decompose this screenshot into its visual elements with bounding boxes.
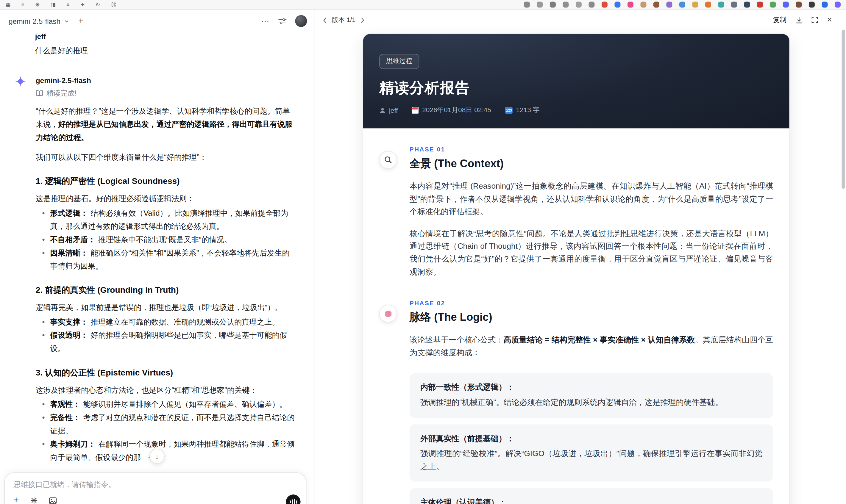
bullet-item: 完备性：考虑了对立的观点和潜在的反证，而不是只选择支持自己结论的证据。: [36, 411, 297, 438]
author-name: jeff: [389, 107, 398, 114]
bullet-list: 事实支撑：推理建立在可靠的数据、准确的观测或公认的真理之上。 假设透明：好的推理…: [36, 316, 297, 355]
menubar-app-icon[interactable]: [653, 1, 659, 7]
tune-icon[interactable]: [278, 18, 286, 25]
phase-section: PHASE 02 脉络 (The Logic) 该论述基于一个核心公式：高质量结…: [379, 300, 773, 504]
intro-paragraph: “什么是好的推理？”这是一个涉及逻辑学、认知科学和哲学核心的问题。简单来说，好的…: [36, 104, 297, 144]
prev-version-button[interactable]: [323, 17, 327, 23]
more-options-button[interactable]: ⋯: [261, 16, 270, 26]
account-avatar[interactable]: [295, 15, 307, 27]
bullet-text: 考虑了对立的观点和潜在的反证，而不是只选择支持自己结论的证据。: [50, 413, 295, 435]
menubar-app-icon[interactable]: [705, 1, 711, 7]
word-count-icon: 123: [505, 107, 513, 114]
menubar-system-icon[interactable]: ✦: [81, 1, 85, 8]
brain-icon: [384, 309, 393, 318]
assistant-message: gemini-2.5-flash 精读完成! “什么是好的推理？”这是一个涉及逻…: [15, 76, 297, 504]
new-chat-button[interactable]: +: [78, 17, 83, 25]
report-body: PHASE 01 全景 (The Context) 本内容是对“推理 (Reas…: [363, 128, 790, 504]
close-button[interactable]: ×: [827, 16, 832, 23]
logic-box: 主体伦理（认识美德）： 转向推理者的心理特征。引入奥卡姆剃刀和反向论证，旨在克服…: [410, 488, 773, 504]
bullet-label: 事实支撑：: [50, 318, 88, 326]
section-heading: 3. 认知的公正性 (Epistemic Virtues): [36, 366, 297, 378]
menubar-app-icon[interactable]: [809, 1, 815, 7]
menubar-system-icon[interactable]: ▦: [5, 1, 11, 8]
menubar-system-icon[interactable]: ✳: [35, 1, 40, 8]
menubar-system-icon[interactable]: ⌗: [66, 1, 69, 8]
report-card: 思维过程 精读分析报告 jeff 2026年01月08日 02:45 123: [363, 33, 790, 504]
add-attachment-button[interactable]: +: [13, 496, 19, 504]
menubar-system-icon[interactable]: ≡: [21, 1, 25, 8]
menubar-app-icon[interactable]: [614, 1, 620, 7]
report-badge: 思维过程: [379, 54, 419, 69]
menubar-app-icon[interactable]: [666, 1, 672, 7]
lead-paragraph: 我们可以从以下四个维度来衡量什么是“好的推理”：: [36, 150, 297, 164]
logic-box-title: 内部一致性（形式逻辑）：: [420, 381, 762, 393]
menubar-app-icon[interactable]: [757, 1, 763, 7]
bullet-list: 形式逻辑：结构必须有效（Valid）。比如演绎推理中，如果前提全部为真，那么通过…: [36, 206, 297, 273]
menubar-app-icon[interactable]: [537, 1, 543, 7]
voice-input-button[interactable]: [286, 494, 301, 504]
expand-icon: [811, 17, 818, 23]
bullet-text: 推理建立在可靠的数据、准确的观测或公认的真理之上。: [91, 318, 280, 326]
composer-placeholder[interactable]: 思维接口已就绪，请传输指令。: [13, 480, 297, 490]
menubar-app-icon[interactable]: [576, 1, 582, 7]
logic-box-text: 强调推理的“经验校准”。解决“GIGO（垃圾进，垃圾出）”问题，确保推理引擎运行…: [420, 448, 762, 473]
menubar-app-icon[interactable]: [796, 1, 801, 7]
menubar-app-icon[interactable]: [640, 1, 646, 7]
download-icon: [796, 16, 802, 23]
composer[interactable]: 思维接口已就绪，请传输指令。 +: [4, 472, 306, 504]
bullet-label: 形式逻辑：: [50, 209, 88, 217]
scroll-to-bottom-button[interactable]: ↓: [149, 449, 165, 464]
chat-header: gemini-2.5-flash + ⋯: [0, 10, 315, 29]
menubar-app-icon[interactable]: [563, 1, 568, 7]
section-heading: 1. 逻辑的严密性 (Logical Soundness): [36, 175, 297, 187]
bullet-item: 奥卡姆剃刀：在解释同一个现象时，如果两种推理都能站得住脚，通常倾向于最简单、假设…: [36, 438, 297, 464]
menubar-app-icon[interactable]: [731, 1, 737, 7]
artifact-toolbar: 版本 1/1 复制 ×: [315, 10, 846, 27]
menubar-system-icon[interactable]: ⌘: [111, 1, 117, 8]
logic-box: 内部一致性（形式逻辑）： 强调推理的“机械正确”。结论必须在给定的规则系统内逻辑…: [410, 373, 773, 418]
menubar: ▦≡✳◨⌗✦↻⌘: [0, 0, 846, 10]
user-name: jeff: [35, 32, 297, 42]
download-button[interactable]: [796, 16, 802, 23]
menubar-app-icon[interactable]: [602, 1, 607, 7]
bullet-text: 推理链条中不能出现“既是又非”的情况。: [98, 235, 232, 244]
user-message-text: 什么是好的推理: [35, 44, 297, 58]
expand-button[interactable]: [811, 17, 818, 23]
menubar-app-icon[interactable]: [744, 1, 750, 7]
menubar-system-icon[interactable]: ◨: [51, 1, 56, 8]
menubar-app-icon[interactable]: [770, 1, 776, 7]
bullet-item: 不自相矛盾：推理链条中不能出现“既是又非”的情况。: [36, 233, 297, 246]
model-name[interactable]: gemini-2.5-flash: [8, 17, 60, 25]
menubar-app-icon[interactable]: [692, 1, 698, 7]
phase-paragraph: 本内容是对“推理 (Reasoning)”这一抽象概念的高层建模。在知识爆炸与人…: [410, 180, 773, 218]
menubar-app-icon[interactable]: [718, 1, 724, 7]
logic-box-title: 主体伦理（认识美德）：: [420, 496, 762, 504]
menubar-app-icon[interactable]: [550, 1, 556, 7]
chevron-down-icon[interactable]: [64, 19, 69, 23]
user-message: jeff 什么是好的推理: [15, 32, 297, 57]
gemini-star-icon: [15, 76, 26, 87]
version-label: 版本 1/1: [332, 16, 356, 25]
chat-scroll-area[interactable]: jeff 什么是好的推理: [0, 29, 315, 504]
logic-box-title: 外部真实性（前提基础）：: [420, 433, 762, 445]
copy-button[interactable]: 复制: [773, 16, 787, 25]
next-version-button[interactable]: [360, 17, 365, 23]
artifact-scrollbar[interactable]: [842, 30, 845, 189]
menubar-app-icon[interactable]: [835, 1, 841, 7]
word-count: 1213 字: [516, 106, 540, 115]
section-desc: 这涉及推理者的心态和方法论，也是区分“杠精”和“思想家”的关键：: [36, 383, 297, 397]
author-icon: [379, 107, 386, 114]
search-icon: [384, 156, 392, 164]
menubar-system-icon[interactable]: ↻: [95, 1, 100, 8]
menubar-app-icon[interactable]: [783, 1, 789, 7]
menubar-app-icon[interactable]: [628, 1, 633, 7]
menubar-app-icon[interactable]: [524, 1, 530, 7]
menubar-app-icon[interactable]: [588, 1, 595, 7]
section-heading: 2. 前提的真实性 (Grounding in Truth): [36, 284, 297, 296]
image-button[interactable]: [49, 497, 56, 504]
menubar-app-icon[interactable]: [679, 1, 685, 7]
tools-button[interactable]: [30, 497, 37, 504]
bullet-item: 假设透明：好的推理会明确指明哪些是已知事实，哪些是基于可能的假设。: [36, 328, 297, 355]
menubar-app-icon[interactable]: [822, 1, 828, 7]
chat-panel: gemini-2.5-flash + ⋯: [0, 10, 315, 504]
